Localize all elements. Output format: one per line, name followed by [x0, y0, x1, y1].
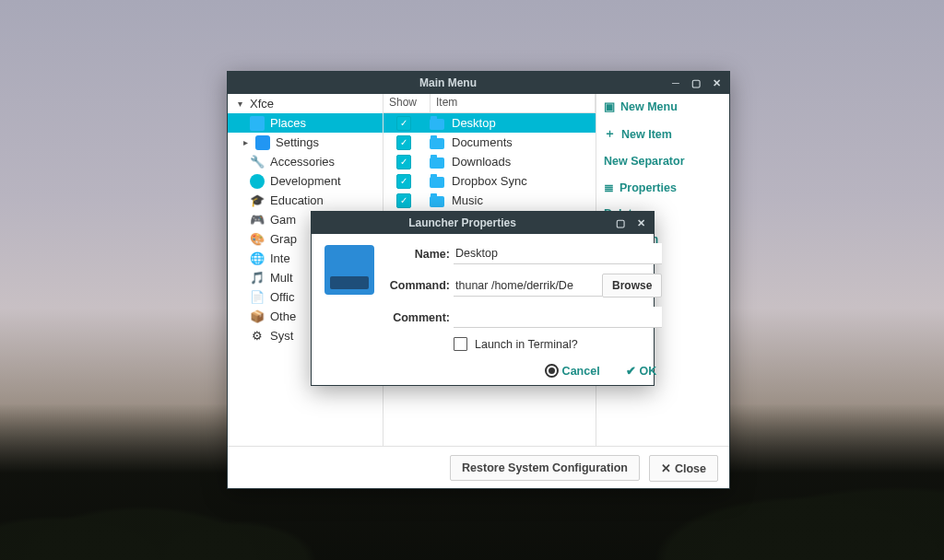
header-show[interactable]: Show [384, 94, 431, 112]
close-icon: ✕ [661, 462, 671, 475]
plus-box-icon: ▣ [604, 99, 615, 113]
ok-button[interactable]: ✔OK [626, 364, 657, 378]
list-item[interactable]: ✓ Desktop [384, 113, 596, 133]
launch-terminal-checkbox[interactable] [454, 337, 467, 351]
tree-item-label: Grap [270, 232, 297, 246]
chevron-right-icon[interactable]: ▸ [241, 137, 250, 147]
launch-terminal-label: Launch in Terminal? [475, 338, 578, 351]
show-checkbox[interactable]: ✓ [396, 155, 411, 169]
tree-item-label: Development [270, 174, 341, 188]
tree-item-label: Othe [270, 309, 296, 323]
tree-root[interactable]: ▾ Xfce [228, 94, 383, 113]
tree-item-accessories[interactable]: 🔧 Accessories [228, 152, 383, 171]
list-item-label: Music [452, 193, 483, 207]
minimize-button[interactable]: ─ [668, 76, 683, 90]
tree-item-development[interactable]: Development [228, 171, 383, 191]
close-button[interactable]: ✕Close [649, 455, 718, 482]
list-item[interactable]: ✓ Documents [384, 133, 596, 152]
show-checkbox[interactable]: ✓ [396, 193, 411, 208]
close-dialog-button[interactable]: ✕ [633, 216, 648, 230]
tree-item-label: Places [270, 116, 306, 130]
maximize-button[interactable]: ▢ [689, 76, 703, 90]
main-menu-footer: Restore System Configuration ✕Close [228, 446, 729, 489]
internet-icon: 🌐 [250, 251, 265, 266]
system-icon: ⚙ [250, 329, 265, 344]
show-checkbox[interactable]: ✓ [396, 116, 411, 131]
dialog-buttons: Cancel ✔OK [324, 360, 662, 378]
tree-item-label: Mult [270, 271, 293, 285]
folder-icon [430, 177, 444, 188]
launcher-properties-dialog: Launcher Properties ▢ ✕ Name: Command: B… [311, 211, 655, 386]
tree-item-places[interactable]: Places [228, 113, 383, 133]
folder-icon [430, 119, 444, 130]
tree-item-label: Gam [270, 213, 296, 227]
list-item-label: Dropbox Sync [452, 174, 527, 188]
dialog-title: Launcher Properties [317, 216, 608, 229]
action-label: Properties [620, 181, 677, 194]
tree-item-label: Accessories [270, 155, 335, 169]
tree-item-label: Offic [270, 290, 295, 304]
button-label: Close [675, 462, 706, 475]
list-item-label: Documents [452, 135, 513, 149]
tree-item-label: Settings [276, 135, 319, 149]
development-icon [250, 174, 265, 189]
header-item[interactable]: Item [431, 94, 596, 112]
item-list-header: Show Item [384, 94, 596, 113]
education-icon: 🎓 [250, 193, 265, 208]
dialog-titlebar[interactable]: Launcher Properties ▢ ✕ [312, 212, 654, 234]
multimedia-icon: 🎵 [250, 271, 265, 286]
check-icon: ✔ [626, 364, 636, 378]
settings-icon [255, 135, 270, 150]
comment-label: Comment: [382, 311, 454, 324]
plus-icon: ＋ [604, 126, 616, 142]
tree-root-label: Xfce [250, 97, 274, 111]
desktop-wallpaper: Main Menu ─ ▢ ✕ ▾ Xfce Places ▸ Settings [0, 0, 944, 560]
chevron-down-icon[interactable]: ▾ [235, 99, 244, 109]
close-window-button[interactable]: ✕ [709, 76, 724, 90]
action-label: New Item [621, 128, 672, 141]
cancel-icon [545, 364, 559, 378]
other-icon: 📦 [250, 309, 265, 324]
properties-button[interactable]: ≣Properties [604, 181, 722, 194]
show-checkbox[interactable]: ✓ [396, 135, 411, 150]
graphics-icon: 🎨 [250, 232, 265, 247]
command-label: Command: [382, 279, 454, 292]
folder-icon [430, 196, 444, 207]
new-separator-button[interactable]: New Separator [604, 155, 722, 168]
button-label: Browse [612, 279, 652, 292]
restore-button[interactable]: Restore System Configuration [450, 455, 640, 481]
main-menu-title: Main Menu [233, 76, 663, 89]
list-item[interactable]: ✓ Downloads [384, 152, 596, 171]
action-label: New Menu [620, 100, 678, 113]
tree-item-education[interactable]: 🎓 Education [228, 191, 383, 210]
show-checkbox[interactable]: ✓ [396, 174, 411, 189]
button-label: Restore System Configuration [462, 461, 628, 474]
button-label: Cancel [562, 365, 600, 378]
dialog-body: Name: Command: Browse Comment: Launch in… [312, 234, 654, 385]
list-item[interactable]: ✓ Music [384, 191, 596, 210]
tree-item-label: Inte [270, 251, 290, 265]
folder-icon [430, 138, 444, 149]
tree-item-settings[interactable]: ▸ Settings [228, 133, 383, 152]
browse-button[interactable]: Browse [602, 274, 662, 298]
list-icon: ≣ [604, 181, 614, 194]
accessories-icon: 🔧 [250, 155, 265, 169]
command-field[interactable] [454, 275, 602, 297]
launch-terminal-row[interactable]: Launch in Terminal? [454, 337, 662, 351]
places-icon [250, 116, 265, 131]
cancel-button[interactable]: Cancel [545, 364, 600, 378]
office-icon: 📄 [250, 290, 265, 305]
name-label: Name: [382, 248, 454, 261]
main-menu-titlebar[interactable]: Main Menu ─ ▢ ✕ [228, 72, 729, 94]
games-icon: 🎮 [250, 213, 265, 228]
name-field[interactable] [454, 243, 662, 264]
list-item[interactable]: ✓ Dropbox Sync [384, 171, 596, 191]
maximize-button[interactable]: ▢ [613, 216, 628, 230]
comment-field[interactable] [454, 307, 662, 328]
new-item-button[interactable]: ＋New Item [604, 126, 722, 142]
tree-item-label: Education [270, 193, 324, 207]
new-menu-button[interactable]: ▣New Menu [604, 99, 722, 113]
launcher-icon[interactable] [324, 245, 374, 295]
list-item-label: Desktop [452, 116, 496, 130]
action-label: New Separator [604, 155, 685, 168]
